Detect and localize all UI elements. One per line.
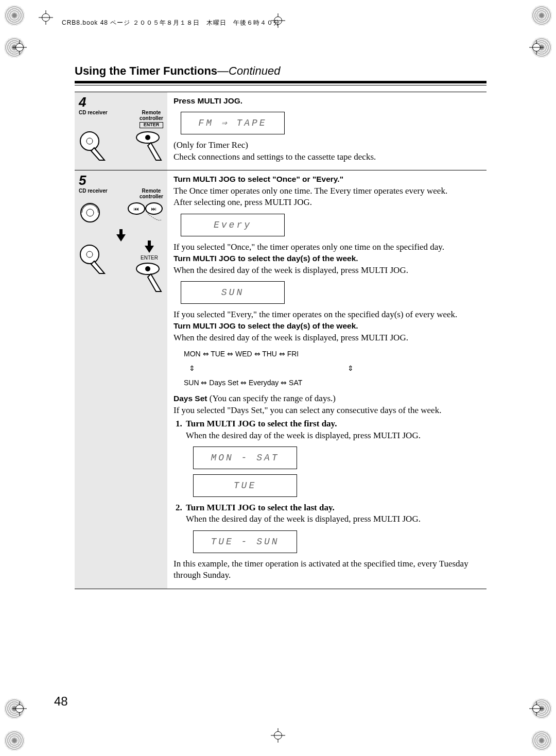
- step-5-h3: Turn MULTI JOG to select the day(s) of t…: [173, 321, 358, 330]
- step-5-h2: Turn MULTI JOG to select the day(s) of t…: [173, 254, 358, 263]
- list-number: 2.: [176, 502, 186, 558]
- list-item: 1. Turn MULTI JOG to select the first da…: [176, 418, 486, 502]
- crosshair-icon: [529, 701, 544, 716]
- lcd-mon-sat: MON - SAT: [193, 446, 297, 469]
- step-4-note2: Check connections and settings to the ca…: [173, 151, 486, 163]
- step-5-p3: If you selected "Once," the timer operat…: [173, 242, 486, 253]
- step-5-p4: When the desired day of the week is disp…: [173, 265, 486, 276]
- step-5-p7: If you selected "Days Set," you can sele…: [173, 405, 486, 416]
- days-set-steps: 1. Turn MULTI JOG to select the first da…: [176, 418, 486, 558]
- enter-key-label: ENTER: [140, 122, 163, 128]
- remote-controller-label: Remote controller: [140, 110, 163, 121]
- days-set-rest: (You can specify the range of days.): [207, 393, 335, 403]
- updown-arrow-icon: ⇕: [189, 361, 195, 375]
- cd-receiver-label: CD receiver: [79, 110, 108, 128]
- svg-point-3: [145, 135, 150, 140]
- step-number: 5: [79, 174, 163, 187]
- crosshair-icon: [271, 728, 285, 743]
- step-5-row: 5 CD receiver Remote controller ⏮: [75, 170, 486, 588]
- register-mark-icon: [531, 5, 552, 26]
- step-4-note1: (Only for Timer Rec): [173, 140, 486, 151]
- day-seq-bot: SUN ⇔ Days Set ⇔ Everyday ⇔ SAT: [184, 375, 486, 390]
- updown-arrow-icon: ⇕: [348, 361, 354, 375]
- heading-continued: —Continued: [217, 64, 280, 77]
- step-4-row: 4 CD receiver Remote controller ENTER: [75, 92, 486, 170]
- crosshair-icon: [12, 40, 27, 55]
- step-5-tail: In this example, the timer operation is …: [173, 558, 486, 581]
- day-sequence: MON ⇔ TUE ⇔ WED ⇔ THU ⇔ FRI ⇕ ⇕ SUN ⇔ Da…: [184, 347, 486, 390]
- step-number: 4: [79, 95, 163, 109]
- step-5-p6: When the desired day of the week is disp…: [173, 332, 486, 343]
- lcd-sun: SUN: [181, 281, 285, 304]
- crosshair-icon: [529, 40, 544, 55]
- heading-rule: [75, 81, 486, 85]
- steps-table: 4 CD receiver Remote controller ENTER: [75, 92, 486, 589]
- page-content: Using the Timer Functions—Continued 4 CD…: [75, 64, 486, 589]
- step-5-p2: After selecting one, press MULTI JOG.: [173, 197, 486, 208]
- cd-receiver-label: CD receiver: [79, 188, 108, 199]
- svg-text:⏭: ⏭: [151, 206, 157, 212]
- step-4-controls: 4 CD receiver Remote controller ENTER: [75, 92, 167, 170]
- step-5-heading: Turn MULTI JOG to select "Once" or "Ever…: [173, 175, 343, 183]
- multijog-knob-icon: [79, 130, 107, 161]
- svg-text:⏮: ⏮: [134, 206, 139, 212]
- remote-hand-icon: [135, 130, 163, 161]
- lcd-every: Every: [181, 214, 285, 236]
- crosshair-icon: [39, 10, 53, 25]
- crosshair-icon: [12, 701, 27, 716]
- svg-point-11: [86, 251, 93, 257]
- register-mark-icon: [4, 5, 25, 26]
- li2-heading: Turn MULTI JOG to select the last day.: [186, 503, 335, 512]
- arrow-down-icon: [145, 246, 154, 253]
- remote-controller-label: Remote controller: [140, 188, 163, 199]
- list-item: 2. Turn MULTI JOG to select the last day…: [176, 502, 486, 558]
- li1-text: When the desired day of the week is disp…: [186, 431, 421, 440]
- print-metadata: CRB8.book 48 ページ ２００５年８月１８日 木曜日 午後６時４０分: [62, 19, 280, 27]
- page-number: 48: [54, 694, 68, 709]
- step-4-body: Press MULTI JOG. FM ⇒ TAPE (Only for Tim…: [167, 92, 486, 170]
- multijog-knob-icon: [79, 244, 107, 274]
- li1-heading: Turn MULTI JOG to select the first day.: [186, 419, 337, 428]
- day-seq-top: MON ⇔ TUE ⇔ WED ⇔ THU ⇔ FRI: [184, 347, 486, 361]
- register-mark-icon: [531, 730, 552, 751]
- step-5-p5: If you selected "Every," the timer opera…: [173, 309, 486, 320]
- lcd-fm-tape: FM ⇒ TAPE: [181, 112, 285, 134]
- remote-hand-icon: [135, 262, 163, 293]
- svg-point-1: [86, 138, 93, 144]
- days-set-label: Days Set: [173, 394, 207, 403]
- lcd-tue-sun: TUE - SUN: [193, 530, 297, 553]
- step-5-controls: 5 CD receiver Remote controller ⏮: [75, 170, 167, 588]
- li2-text: When the desired day of the week is disp…: [186, 514, 421, 524]
- svg-point-13: [145, 266, 150, 271]
- arrow-down-icon: [116, 234, 126, 242]
- list-number: 1.: [176, 418, 186, 502]
- lcd-tue: TUE: [193, 474, 297, 497]
- svg-point-5: [86, 209, 94, 216]
- step-4-heading: Press MULTI JOG.: [173, 96, 242, 105]
- section-heading: Using the Timer Functions—Continued: [75, 64, 486, 78]
- multijog-turn-icon: [79, 201, 107, 232]
- remote-prev-next-icon: ⏮ ⏭: [127, 201, 163, 221]
- heading-title: Using the Timer Functions: [75, 64, 217, 77]
- step-5-body: Turn MULTI JOG to select "Once" or "Ever…: [167, 170, 486, 588]
- register-mark-icon: [4, 730, 25, 751]
- step-5-p1: The Once timer operates only one time. T…: [173, 185, 486, 197]
- enter-key-label: ENTER: [141, 255, 158, 261]
